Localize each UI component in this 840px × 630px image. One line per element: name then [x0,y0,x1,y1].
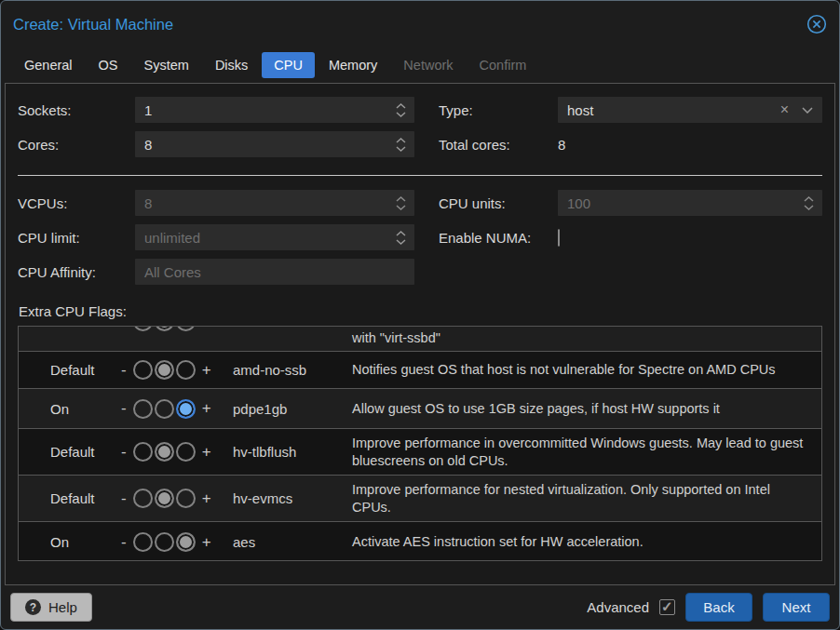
cpu-affinity-field[interactable]: All Cores [135,259,414,285]
flag-tristate-slider[interactable]: - + [121,442,233,462]
flag-tristate-slider[interactable]: - + [121,327,233,331]
flag-row-partial: - + with "virt-ssbd" [19,327,821,352]
cpu-limit-field[interactable]: unlimited [135,224,414,250]
extra-cpu-flags-label: Extra CPU Flags: [19,303,822,319]
slider-dot-off[interactable] [133,489,153,508]
flag-description: Improve performance for nested virtualiz… [352,481,821,516]
slider-minus[interactable]: - [121,443,127,462]
slider-plus[interactable]: + [202,399,211,418]
slider-dot-off[interactable] [133,532,153,552]
slider-dot-default[interactable] [155,399,174,419]
sockets-field[interactable]: 1 [135,97,414,123]
tab-os[interactable]: OS [87,52,130,78]
slider-minus[interactable]: - [121,489,127,508]
slider-dot-default[interactable] [155,489,174,508]
flag-state: Default [50,444,121,460]
wizard-tab-bar: General OS System Disks CPU Memory Netwo… [1,47,839,83]
tab-disks[interactable]: Disks [203,52,260,78]
slider-dot-on[interactable] [176,442,196,462]
slider-minus[interactable]: - [121,327,127,331]
slider-plus[interactable]: + [202,361,211,380]
help-button[interactable]: ? Help [10,593,92,622]
type-combobox[interactable]: host × [558,97,822,123]
slider-dot-on[interactable] [176,360,196,380]
cpu-limit-placeholder: unlimited [144,230,396,246]
next-button[interactable]: Next [763,593,830,622]
back-button[interactable]: Back [685,593,752,622]
slider-minus[interactable]: - [121,399,127,418]
flag-row-hv-tlbflush: Default - + hv-tlbflush Improve performa… [19,429,821,476]
title-bar: Create: Virtual Machine [1,1,839,47]
cpu-limit-spinner[interactable] [396,231,414,245]
cpu-units-spinner [804,196,822,210]
cores-label: Cores: [18,137,135,153]
flag-tristate-slider[interactable]: - + [121,532,233,552]
tab-general[interactable]: General [12,52,85,78]
slider-minus[interactable]: - [121,361,127,380]
slider-plus[interactable]: + [202,489,211,508]
flag-row-amd-no-ssb: Default - + amd-no-ssb Notifies guest OS… [19,352,821,389]
vcpus-value: 8 [144,195,396,211]
slider-dot-default[interactable] [155,360,174,380]
slider-dot-off[interactable] [133,442,153,462]
enable-numa-checkbox[interactable] [558,229,560,247]
total-cores-label: Total cores: [439,137,558,153]
slider-plus[interactable]: + [202,533,211,552]
advanced-checkbox[interactable] [659,599,675,615]
flag-description: Improve performance in overcommitted Win… [352,435,821,470]
cpu-units-label: CPU units: [439,195,558,211]
tab-cpu[interactable]: CPU [262,52,315,78]
chevron-down-icon[interactable] [802,107,813,114]
slider-dot-off[interactable] [133,399,153,419]
cpu-limit-label: CPU limit: [18,230,135,246]
cpu-panel: Sockets: 1 Type: host × Cores: 8 [5,83,835,585]
tab-memory[interactable]: Memory [317,52,389,78]
sockets-spinner[interactable] [396,103,414,117]
flag-description: Activate AES instruction set for HW acce… [352,533,821,551]
cpu-units-value: 100 [567,195,804,211]
slider-dot-off[interactable] [133,327,153,331]
cpu-affinity-placeholder: All Cores [144,264,414,280]
slider-dot-on[interactable] [176,327,196,331]
flag-state: On [50,534,121,550]
flag-state: Default [50,362,121,378]
dialog-title: Create: Virtual Machine [13,16,173,34]
advanced-section-divider [18,175,822,176]
slider-plus[interactable]: + [202,327,211,331]
slider-dot-default[interactable] [155,442,174,462]
flag-tristate-slider[interactable]: - + [121,399,233,419]
slider-minus[interactable]: - [121,533,127,552]
slider-dot-off[interactable] [133,360,153,380]
flag-tristate-slider[interactable]: - + [121,360,233,380]
flag-name: hv-tlbflush [233,444,352,460]
clear-icon[interactable]: × [780,102,789,117]
cores-spinner[interactable] [396,138,414,152]
sockets-value: 1 [144,102,396,118]
create-vm-dialog: Create: Virtual Machine General OS Syste… [0,0,840,630]
cores-value: 8 [144,137,396,153]
flag-tristate-slider[interactable]: - + [121,489,233,508]
cores-field[interactable]: 8 [135,131,414,157]
vcpus-field: 8 [135,190,414,216]
question-icon: ? [25,599,41,615]
cpu-affinity-label: CPU Affinity: [18,264,135,280]
slider-dot-on[interactable] [176,399,196,419]
flag-row-pdpe1gb: On - + pdpe1gb Allow guest OS to use 1GB… [19,389,821,429]
slider-dot-default[interactable] [155,327,174,331]
flag-description: with "virt-ssbd" [352,329,821,347]
tab-confirm: Confirm [467,52,539,78]
vcpus-spinner [396,196,414,210]
tab-system[interactable]: System [132,52,201,78]
slider-dot-on[interactable] [176,489,196,508]
flag-description: Allow guest OS to use 1GB size pages, if… [352,400,821,418]
type-value: host [567,102,780,118]
slider-plus[interactable]: + [202,443,211,462]
help-label: Help [48,599,77,615]
flag-row-aes: On - + aes Activate AES instruction set … [19,522,821,561]
slider-dot-default[interactable] [155,532,174,552]
flag-name: amd-no-ssb [233,362,352,378]
slider-dot-on[interactable] [176,532,196,552]
close-icon[interactable] [806,14,827,34]
flag-state: On [50,401,121,417]
dialog-footer: ? Help Advanced Back Next [1,585,839,629]
